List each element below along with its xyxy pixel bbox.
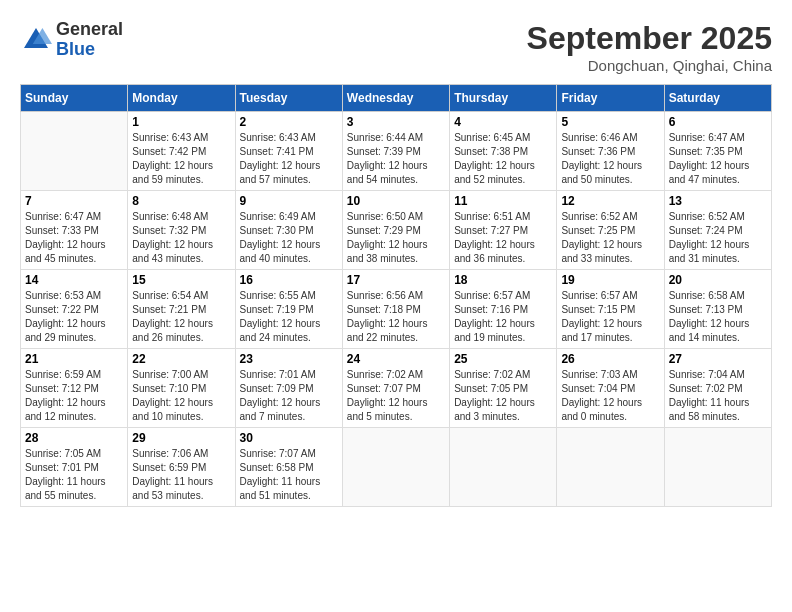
calendar-week-row: 7Sunrise: 6:47 AM Sunset: 7:33 PM Daylig… [21, 191, 772, 270]
calendar-cell: 23Sunrise: 7:01 AM Sunset: 7:09 PM Dayli… [235, 349, 342, 428]
day-info: Sunrise: 6:57 AM Sunset: 7:16 PM Dayligh… [454, 289, 552, 345]
calendar-cell: 26Sunrise: 7:03 AM Sunset: 7:04 PM Dayli… [557, 349, 664, 428]
logo-icon [20, 24, 52, 56]
day-info: Sunrise: 6:54 AM Sunset: 7:21 PM Dayligh… [132, 289, 230, 345]
day-number: 11 [454, 194, 552, 208]
day-number: 2 [240, 115, 338, 129]
calendar-cell [664, 428, 771, 507]
logo-general-text: General [56, 20, 123, 40]
day-number: 22 [132, 352, 230, 366]
calendar-cell: 22Sunrise: 7:00 AM Sunset: 7:10 PM Dayli… [128, 349, 235, 428]
day-info: Sunrise: 6:55 AM Sunset: 7:19 PM Dayligh… [240, 289, 338, 345]
day-info: Sunrise: 7:01 AM Sunset: 7:09 PM Dayligh… [240, 368, 338, 424]
calendar-cell: 3Sunrise: 6:44 AM Sunset: 7:39 PM Daylig… [342, 112, 449, 191]
calendar-cell: 7Sunrise: 6:47 AM Sunset: 7:33 PM Daylig… [21, 191, 128, 270]
day-info: Sunrise: 6:53 AM Sunset: 7:22 PM Dayligh… [25, 289, 123, 345]
day-info: Sunrise: 7:02 AM Sunset: 7:05 PM Dayligh… [454, 368, 552, 424]
calendar-cell: 4Sunrise: 6:45 AM Sunset: 7:38 PM Daylig… [450, 112, 557, 191]
day-info: Sunrise: 6:45 AM Sunset: 7:38 PM Dayligh… [454, 131, 552, 187]
calendar-cell: 20Sunrise: 6:58 AM Sunset: 7:13 PM Dayli… [664, 270, 771, 349]
day-number: 3 [347, 115, 445, 129]
title-block: September 2025 Dongchuan, Qinghai, China [527, 20, 772, 74]
day-info: Sunrise: 6:51 AM Sunset: 7:27 PM Dayligh… [454, 210, 552, 266]
calendar-table: SundayMondayTuesdayWednesdayThursdayFrid… [20, 84, 772, 507]
day-number: 21 [25, 352, 123, 366]
page-header: General Blue September 2025 Dongchuan, Q… [20, 20, 772, 74]
calendar-cell: 12Sunrise: 6:52 AM Sunset: 7:25 PM Dayli… [557, 191, 664, 270]
day-info: Sunrise: 6:49 AM Sunset: 7:30 PM Dayligh… [240, 210, 338, 266]
calendar-week-row: 28Sunrise: 7:05 AM Sunset: 7:01 PM Dayli… [21, 428, 772, 507]
day-of-week-header: Tuesday [235, 85, 342, 112]
day-number: 10 [347, 194, 445, 208]
days-of-week-row: SundayMondayTuesdayWednesdayThursdayFrid… [21, 85, 772, 112]
calendar-cell: 13Sunrise: 6:52 AM Sunset: 7:24 PM Dayli… [664, 191, 771, 270]
day-number: 27 [669, 352, 767, 366]
calendar-week-row: 14Sunrise: 6:53 AM Sunset: 7:22 PM Dayli… [21, 270, 772, 349]
calendar-cell: 10Sunrise: 6:50 AM Sunset: 7:29 PM Dayli… [342, 191, 449, 270]
day-info: Sunrise: 6:48 AM Sunset: 7:32 PM Dayligh… [132, 210, 230, 266]
calendar-cell: 6Sunrise: 6:47 AM Sunset: 7:35 PM Daylig… [664, 112, 771, 191]
day-info: Sunrise: 6:58 AM Sunset: 7:13 PM Dayligh… [669, 289, 767, 345]
day-info: Sunrise: 7:07 AM Sunset: 6:58 PM Dayligh… [240, 447, 338, 503]
day-number: 8 [132, 194, 230, 208]
day-number: 16 [240, 273, 338, 287]
day-number: 1 [132, 115, 230, 129]
day-info: Sunrise: 7:03 AM Sunset: 7:04 PM Dayligh… [561, 368, 659, 424]
day-number: 29 [132, 431, 230, 445]
calendar-cell: 5Sunrise: 6:46 AM Sunset: 7:36 PM Daylig… [557, 112, 664, 191]
calendar-week-row: 1Sunrise: 6:43 AM Sunset: 7:42 PM Daylig… [21, 112, 772, 191]
calendar-cell [557, 428, 664, 507]
day-info: Sunrise: 6:52 AM Sunset: 7:24 PM Dayligh… [669, 210, 767, 266]
calendar-cell: 28Sunrise: 7:05 AM Sunset: 7:01 PM Dayli… [21, 428, 128, 507]
day-number: 24 [347, 352, 445, 366]
calendar-cell: 9Sunrise: 6:49 AM Sunset: 7:30 PM Daylig… [235, 191, 342, 270]
day-info: Sunrise: 7:06 AM Sunset: 6:59 PM Dayligh… [132, 447, 230, 503]
calendar-cell: 14Sunrise: 6:53 AM Sunset: 7:22 PM Dayli… [21, 270, 128, 349]
calendar-cell: 24Sunrise: 7:02 AM Sunset: 7:07 PM Dayli… [342, 349, 449, 428]
calendar-cell: 30Sunrise: 7:07 AM Sunset: 6:58 PM Dayli… [235, 428, 342, 507]
day-info: Sunrise: 7:02 AM Sunset: 7:07 PM Dayligh… [347, 368, 445, 424]
day-number: 25 [454, 352, 552, 366]
calendar-cell: 16Sunrise: 6:55 AM Sunset: 7:19 PM Dayli… [235, 270, 342, 349]
day-info: Sunrise: 6:47 AM Sunset: 7:33 PM Dayligh… [25, 210, 123, 266]
calendar-body: 1Sunrise: 6:43 AM Sunset: 7:42 PM Daylig… [21, 112, 772, 507]
calendar-cell: 19Sunrise: 6:57 AM Sunset: 7:15 PM Dayli… [557, 270, 664, 349]
day-number: 20 [669, 273, 767, 287]
day-number: 13 [669, 194, 767, 208]
month-title: September 2025 [527, 20, 772, 57]
day-number: 23 [240, 352, 338, 366]
calendar-cell: 21Sunrise: 6:59 AM Sunset: 7:12 PM Dayli… [21, 349, 128, 428]
calendar-week-row: 21Sunrise: 6:59 AM Sunset: 7:12 PM Dayli… [21, 349, 772, 428]
day-info: Sunrise: 6:47 AM Sunset: 7:35 PM Dayligh… [669, 131, 767, 187]
day-info: Sunrise: 6:56 AM Sunset: 7:18 PM Dayligh… [347, 289, 445, 345]
day-info: Sunrise: 7:00 AM Sunset: 7:10 PM Dayligh… [132, 368, 230, 424]
calendar-cell: 25Sunrise: 7:02 AM Sunset: 7:05 PM Dayli… [450, 349, 557, 428]
day-number: 30 [240, 431, 338, 445]
day-number: 26 [561, 352, 659, 366]
day-number: 17 [347, 273, 445, 287]
logo: General Blue [20, 20, 123, 60]
calendar-cell: 17Sunrise: 6:56 AM Sunset: 7:18 PM Dayli… [342, 270, 449, 349]
day-of-week-header: Sunday [21, 85, 128, 112]
location: Dongchuan, Qinghai, China [527, 57, 772, 74]
day-of-week-header: Wednesday [342, 85, 449, 112]
day-info: Sunrise: 6:43 AM Sunset: 7:41 PM Dayligh… [240, 131, 338, 187]
day-info: Sunrise: 6:46 AM Sunset: 7:36 PM Dayligh… [561, 131, 659, 187]
day-number: 6 [669, 115, 767, 129]
calendar-cell [342, 428, 449, 507]
day-info: Sunrise: 7:05 AM Sunset: 7:01 PM Dayligh… [25, 447, 123, 503]
day-number: 7 [25, 194, 123, 208]
day-info: Sunrise: 6:59 AM Sunset: 7:12 PM Dayligh… [25, 368, 123, 424]
calendar-header: SundayMondayTuesdayWednesdayThursdayFrid… [21, 85, 772, 112]
day-number: 18 [454, 273, 552, 287]
calendar-cell: 2Sunrise: 6:43 AM Sunset: 7:41 PM Daylig… [235, 112, 342, 191]
calendar-cell: 18Sunrise: 6:57 AM Sunset: 7:16 PM Dayli… [450, 270, 557, 349]
day-info: Sunrise: 6:43 AM Sunset: 7:42 PM Dayligh… [132, 131, 230, 187]
day-number: 14 [25, 273, 123, 287]
day-number: 12 [561, 194, 659, 208]
day-info: Sunrise: 6:57 AM Sunset: 7:15 PM Dayligh… [561, 289, 659, 345]
day-info: Sunrise: 7:04 AM Sunset: 7:02 PM Dayligh… [669, 368, 767, 424]
logo-text: General Blue [56, 20, 123, 60]
day-info: Sunrise: 6:50 AM Sunset: 7:29 PM Dayligh… [347, 210, 445, 266]
day-of-week-header: Friday [557, 85, 664, 112]
